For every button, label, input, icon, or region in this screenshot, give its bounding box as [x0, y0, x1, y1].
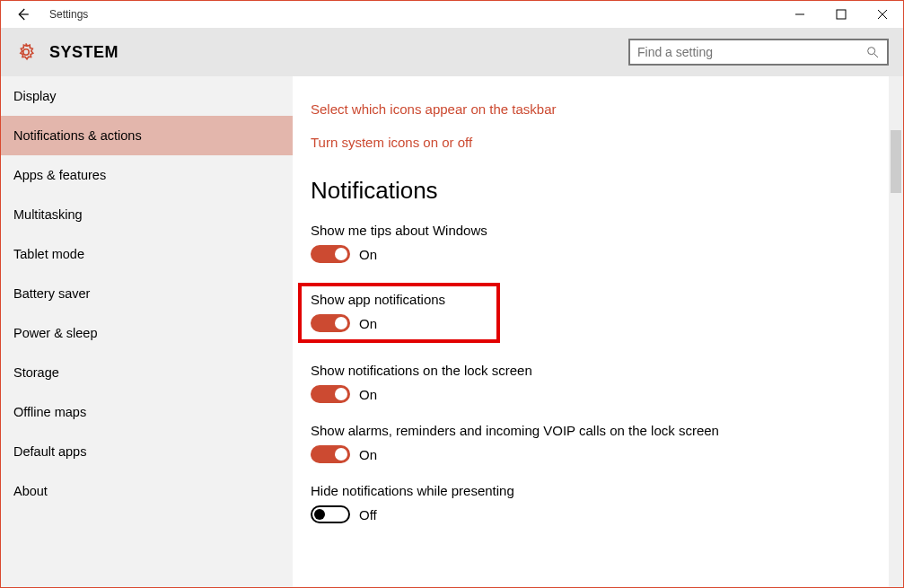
toggle-switch[interactable] — [311, 385, 350, 403]
sidebar-item-battery-saver[interactable]: Battery saver — [1, 274, 293, 313]
setting-row: Show me tips about WindowsOn — [311, 223, 867, 263]
toggle-state-label: On — [359, 447, 377, 462]
sidebar-item-about[interactable]: About — [1, 471, 293, 511]
toggle-state-label: Off — [359, 507, 377, 522]
maximize-button[interactable] — [821, 1, 862, 28]
sidebar-item-apps-features[interactable]: Apps & features — [1, 155, 293, 195]
svg-rect-1 — [837, 10, 846, 19]
sidebar-item-offline-maps[interactable]: Offline maps — [1, 392, 293, 432]
minimize-button[interactable] — [779, 1, 821, 28]
maximize-icon — [836, 9, 847, 20]
arrow-left-icon — [14, 6, 31, 22]
highlighted-setting: Show app notificationsOn — [298, 283, 500, 343]
sidebar-item-notifications-actions[interactable]: Notifications & actions — [1, 116, 293, 155]
toggle-switch[interactable] — [311, 445, 350, 463]
setting-row: Show notifications on the lock screenOn — [311, 363, 867, 403]
link-system-icons[interactable]: Turn system icons on or off — [311, 135, 867, 150]
main-area: DisplayNotifications & actionsApps & fea… — [1, 76, 903, 587]
back-button[interactable] — [1, 1, 44, 28]
toggle-state-label: On — [359, 316, 377, 331]
setting-row: Show app notificationsOn — [311, 283, 867, 343]
search-box[interactable] — [628, 39, 889, 66]
toggle-switch[interactable] — [311, 314, 350, 332]
sidebar-item-storage[interactable]: Storage — [1, 353, 293, 392]
sidebar-item-power-sleep[interactable]: Power & sleep — [1, 313, 293, 353]
scrollbar[interactable] — [889, 76, 903, 587]
toggle-switch[interactable] — [311, 505, 350, 523]
section-heading-notifications: Notifications — [311, 177, 867, 205]
close-icon — [877, 9, 888, 20]
window-controls — [779, 1, 903, 28]
setting-label: Show me tips about Windows — [311, 223, 867, 238]
svg-line-6 — [874, 54, 878, 57]
sidebar-item-display[interactable]: Display — [1, 76, 293, 116]
setting-label: Show app notifications — [311, 292, 487, 307]
minimize-icon — [794, 9, 805, 20]
sidebar: DisplayNotifications & actionsApps & fea… — [1, 76, 293, 587]
toggle-switch[interactable] — [311, 245, 350, 263]
page-header: SYSTEM — [1, 28, 903, 76]
sidebar-item-multitasking[interactable]: Multitasking — [1, 195, 293, 234]
page-title: SYSTEM — [49, 43, 118, 62]
content-pane: Select which icons appear on the taskbar… — [293, 76, 889, 587]
setting-row: Show alarms, reminders and incoming VOIP… — [311, 423, 867, 463]
link-taskbar-icons[interactable]: Select which icons appear on the taskbar — [311, 101, 867, 117]
toggle-state-label: On — [359, 247, 377, 262]
search-input[interactable] — [637, 45, 865, 59]
sidebar-item-default-apps[interactable]: Default apps — [1, 432, 293, 471]
gear-icon — [15, 41, 37, 63]
setting-label: Show notifications on the lock screen — [311, 363, 867, 378]
scrollbar-thumb[interactable] — [891, 130, 901, 193]
svg-point-5 — [868, 48, 875, 55]
window-titlebar: Settings — [1, 1, 903, 28]
sidebar-item-tablet-mode[interactable]: Tablet mode — [1, 234, 293, 274]
close-button[interactable] — [862, 1, 903, 28]
settings-gear-icon — [12, 41, 40, 63]
search-icon — [865, 45, 880, 59]
setting-label: Hide notifications while presenting — [311, 483, 867, 498]
svg-point-4 — [23, 49, 29, 55]
setting-label: Show alarms, reminders and incoming VOIP… — [311, 423, 867, 438]
toggle-state-label: On — [359, 387, 377, 402]
window-title: Settings — [49, 8, 88, 21]
setting-row: Hide notifications while presentingOff — [311, 483, 867, 523]
